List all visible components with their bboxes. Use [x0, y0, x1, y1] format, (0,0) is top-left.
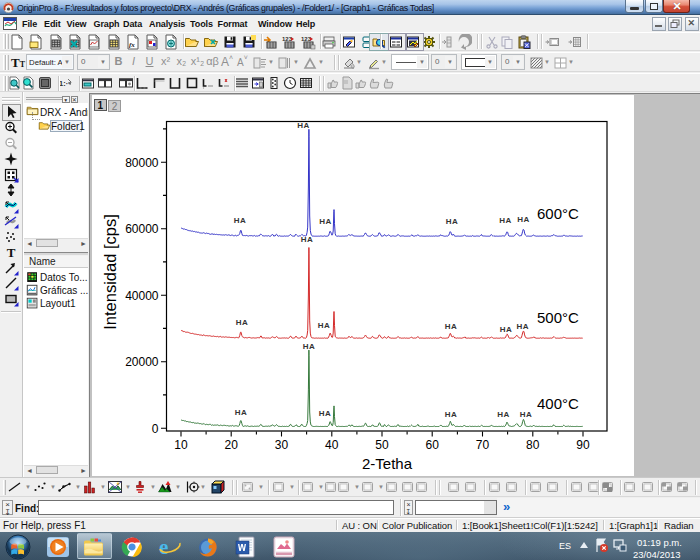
svg-text:HA: HA	[318, 321, 331, 330]
svg-text:T: T	[7, 245, 16, 260]
svg-text:80000: 80000	[125, 156, 159, 170]
svg-text:HA: HA	[520, 410, 533, 419]
svg-text:40: 40	[325, 438, 339, 452]
svg-text:HA: HA	[499, 216, 512, 225]
svg-text:HA: HA	[236, 318, 249, 327]
svg-text:HA: HA	[445, 322, 458, 331]
svg-text:0: 0	[152, 422, 159, 436]
svg-text:e: e	[159, 536, 168, 558]
svg-text:30: 30	[275, 438, 289, 452]
svg-text:HA: HA	[517, 215, 530, 224]
svg-text:HA: HA	[319, 217, 332, 226]
svg-text:HA: HA	[319, 409, 332, 418]
svg-text:HA: HA	[500, 325, 513, 334]
svg-text:500°C: 500°C	[537, 309, 579, 326]
svg-text:80: 80	[526, 438, 540, 452]
svg-text:10: 10	[174, 438, 188, 452]
svg-text:Intensidad [cps]: Intensidad [cps]	[101, 214, 119, 330]
svg-text:600°C: 600°C	[537, 205, 579, 222]
svg-text:70: 70	[476, 438, 490, 452]
svg-text:HA: HA	[517, 322, 530, 331]
svg-text:20000: 20000	[125, 355, 159, 369]
svg-text:HA: HA	[301, 235, 314, 244]
svg-text:HA: HA	[234, 216, 247, 225]
svg-text:400°C: 400°C	[537, 395, 579, 412]
svg-text:HA: HA	[303, 342, 316, 351]
svg-text:HA: HA	[445, 410, 458, 419]
svg-text:90: 90	[576, 438, 590, 452]
svg-text:50: 50	[375, 438, 389, 452]
svg-text:60: 60	[426, 438, 440, 452]
svg-text:HA: HA	[446, 217, 459, 226]
svg-text:20: 20	[225, 438, 239, 452]
svg-text:HA: HA	[235, 408, 248, 417]
svg-text:60000: 60000	[125, 222, 159, 236]
svg-text:2-Tetha: 2-Tetha	[362, 455, 413, 472]
svg-text:HA: HA	[297, 121, 310, 130]
svg-text:HA: HA	[497, 410, 510, 419]
svg-text:40000: 40000	[125, 289, 159, 303]
svg-text:fx: fx	[129, 41, 135, 49]
